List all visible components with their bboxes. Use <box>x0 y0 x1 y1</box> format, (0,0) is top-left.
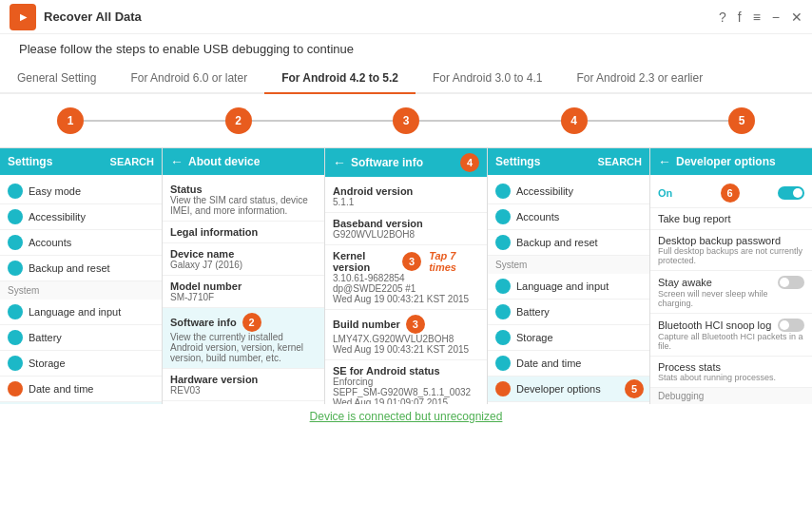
accounts2-label: Accounts <box>516 211 559 222</box>
language-icon <box>8 304 23 319</box>
settings2-storage[interactable]: Storage <box>488 325 649 351</box>
settings-item-accessibility[interactable]: Accessibility <box>0 204 162 230</box>
storage2-label: Storage <box>516 332 553 343</box>
step-line-3 <box>419 120 561 122</box>
settings2-datetime[interactable]: Date and time <box>488 351 649 377</box>
facebook-icon[interactable]: f <box>738 10 742 25</box>
developer-label: Developer options <box>516 383 601 395</box>
datetime2-label: Date and time <box>516 358 581 369</box>
settings-panel-header: Settings SEARCH <box>0 148 162 175</box>
step-2: 2 <box>225 107 252 134</box>
minimize-icon[interactable]: − <box>772 10 780 25</box>
about-software[interactable]: Software info 2 View the currently insta… <box>163 308 324 369</box>
close-icon[interactable]: ✕ <box>791 10 802 25</box>
language2-icon <box>495 279 511 294</box>
dev-on-toggle[interactable] <box>778 186 804 200</box>
software-header-badge: 4 <box>460 153 479 172</box>
settings-item-easy-mode[interactable]: Easy mode <box>0 179 162 204</box>
app-title: Recover All Data <box>44 10 142 24</box>
software-panel-body: Android version 5.1.1 Baseband version G… <box>325 177 487 404</box>
debugging-section-label: Debugging <box>650 388 812 404</box>
android-version: Android version 5.1.1 <box>325 181 487 213</box>
about-battery[interactable]: Battery info View your device's battery … <box>163 401 324 404</box>
app-logo: ▶ <box>10 4 36 30</box>
developer-icon <box>495 381 511 396</box>
about-header-title: ← About device <box>170 154 260 169</box>
settings-item-datetime[interactable]: Date and time <box>0 377 162 402</box>
tap-label: Tap 7 times <box>429 250 479 273</box>
easy-mode-icon <box>8 184 23 199</box>
settings2-search-label[interactable]: SEARCH <box>598 156 642 167</box>
settings2-battery[interactable]: Battery <box>488 300 649 325</box>
about-status[interactable]: Status View the SIM card status, device … <box>163 179 324 222</box>
about-hardware[interactable]: Hardware version REV03 <box>163 369 324 401</box>
settings-item-battery[interactable]: Battery <box>0 325 162 351</box>
about-device-name[interactable]: Device name Galaxy J7 (2016) <box>163 243 324 276</box>
tab-android-6[interactable]: For Android 6.0 or later <box>113 64 264 94</box>
accessibility2-label: Accessibility <box>516 185 573 197</box>
system-section-label: System <box>0 281 162 300</box>
settings-item-storage[interactable]: Storage <box>0 351 162 377</box>
step-5: 5 <box>728 107 755 134</box>
tab-android-3[interactable]: For Android 3.0 to 4.1 <box>416 64 559 94</box>
settings2-developer[interactable]: Developer options 5 <box>488 377 649 402</box>
about-panel-header: ← About device <box>163 148 324 175</box>
backup2-icon <box>495 235 511 250</box>
help-icon[interactable]: ? <box>719 10 726 25</box>
settings-item-about[interactable]: About device 1 <box>0 402 162 404</box>
developer-panel: ← Developer options On 6 Take bug report… <box>650 148 812 404</box>
build-number[interactable]: Build number 3 LMY47X.G920WVLU2BOH8Wed A… <box>325 310 487 360</box>
step-line-4 <box>588 120 729 122</box>
settings2-accounts[interactable]: Accounts <box>488 204 649 230</box>
about-panel-body: Status View the SIM card status, device … <box>163 175 324 404</box>
about-model[interactable]: Model number SM-J710F <box>163 276 324 308</box>
software-header-title: ← Software info <box>333 155 423 170</box>
settings2-language[interactable]: Language and input <box>488 274 649 300</box>
system2-section-label: System <box>488 256 649 274</box>
tab-android-4[interactable]: For Android 4.2 to 5.2 <box>264 64 416 94</box>
step-line-1 <box>84 120 225 122</box>
software-badge: 2 <box>242 313 261 332</box>
dev-stay-awake[interactable]: Stay awake Screen will never sleep while… <box>650 271 812 314</box>
stay-awake-toggle[interactable] <box>778 276 804 289</box>
tab-android-2[interactable]: For Android 2.3 or earlier <box>559 64 720 94</box>
tab-general-setting[interactable]: General Setting <box>0 64 113 94</box>
settings2-accessibility[interactable]: Accessibility <box>488 179 649 204</box>
software-back-icon[interactable]: ← <box>333 155 346 170</box>
backup2-label: Backup and reset <box>516 237 598 248</box>
dev-process-stats[interactable]: Process stats Stats about running proces… <box>650 357 812 388</box>
bluetooth-toggle[interactable] <box>778 319 804 332</box>
menu-icon[interactable]: ≡ <box>753 10 761 25</box>
title-bar-left: ▶ Recover All Data <box>10 4 142 30</box>
developer-back-icon[interactable]: ← <box>658 154 671 169</box>
easy-mode-label: Easy mode <box>29 185 81 197</box>
settings-item-backup[interactable]: Backup and reset <box>0 256 162 281</box>
settings2-backup[interactable]: Backup and reset <box>488 230 649 256</box>
battery-label: Battery <box>29 332 62 343</box>
kernel-version[interactable]: Kernel version 3 Tap 7 times 3.10.61-968… <box>325 245 487 310</box>
settings-search-label[interactable]: SEARCH <box>110 156 154 167</box>
status-bar[interactable]: Device is connected but unrecognized <box>0 404 812 429</box>
step-line-2 <box>252 120 394 122</box>
dev-bluetooth-hci[interactable]: Bluetooth HCI snoop log Capture all Blue… <box>650 314 812 357</box>
datetime2-icon <box>495 356 511 371</box>
settings-item-accounts[interactable]: Accounts <box>0 230 162 256</box>
title-bar: ▶ Recover All Data ? f ≡ − ✕ <box>0 0 812 34</box>
kernel-badge: 3 <box>402 252 421 271</box>
accessibility-label: Accessibility <box>29 211 86 222</box>
battery2-label: Battery <box>516 306 550 318</box>
developer-panel-body: On 6 Take bug report Desktop backup pass… <box>650 175 812 404</box>
software-panel-header: ← Software info 4 <box>325 148 487 177</box>
about-back-icon[interactable]: ← <box>170 154 184 169</box>
dev-on-row: On 6 <box>650 179 812 208</box>
dev-toggle-knob <box>793 188 802 198</box>
about-legal[interactable]: Legal information <box>163 222 324 243</box>
logo-text: ▶ <box>20 12 27 22</box>
settings-header-title: Settings <box>8 155 52 168</box>
settings-item-language[interactable]: Language and input <box>0 300 162 325</box>
dev-backup-password[interactable]: Desktop backup password Full desktop bac… <box>650 230 812 271</box>
settings2-about[interactable]: About device <box>488 402 649 404</box>
storage-icon <box>8 356 23 371</box>
dev-bug-report[interactable]: Take bug report <box>650 208 812 230</box>
backup-icon <box>8 261 23 276</box>
